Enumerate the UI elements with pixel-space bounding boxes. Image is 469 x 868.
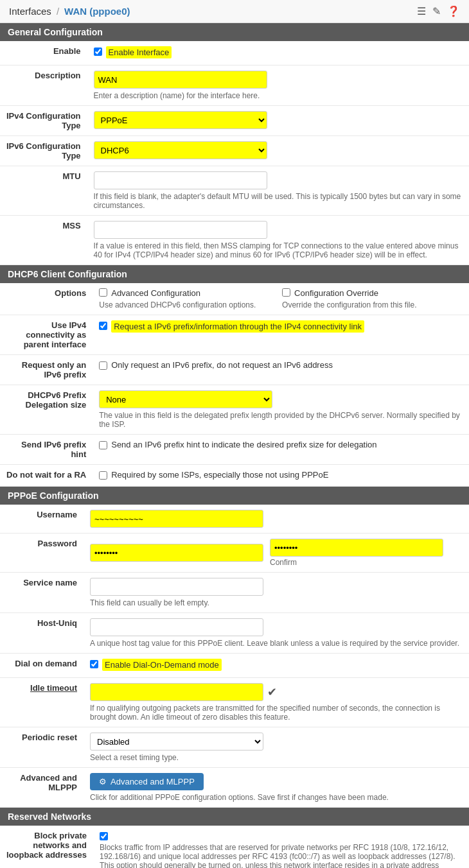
description-row: Description Enter a description (name) f… bbox=[0, 65, 469, 106]
ipv4-config-content: PPPoE Static DHCP bbox=[87, 106, 469, 136]
idle-timeout-row: Idle timeout ✔ If no qualifying outgoing… bbox=[0, 678, 469, 727]
gear-icon: ⚙ bbox=[99, 777, 107, 786]
delegation-row: DHCPv6 PrefixDelegation size None 48 56 … bbox=[0, 385, 469, 435]
delegation-hint: The value in this field is the delegated… bbox=[99, 411, 463, 429]
periodic-reset-content: Disabled Daily Weekly Monthly Select a r… bbox=[84, 727, 469, 768]
request-prefix-checkbox[interactable] bbox=[99, 361, 107, 370]
host-uniq-input[interactable] bbox=[90, 618, 263, 636]
use-ipv4-checkbox[interactable] bbox=[99, 322, 107, 330]
mtu-label: MTU bbox=[0, 166, 87, 216]
interfaces-link[interactable]: Interfaces bbox=[9, 6, 51, 17]
host-uniq-hint: A unique host tag value for this PPPoE c… bbox=[90, 639, 463, 648]
password-label: Password bbox=[0, 534, 84, 573]
service-name-content: This field can usually be left empty. bbox=[84, 573, 469, 613]
ipv6-config-row: IPv6 ConfigurationType DHCP6 Static None bbox=[0, 136, 469, 166]
periodic-reset-hint: Select a reset timing type. bbox=[90, 753, 463, 762]
idle-timeout-icon: ✔ bbox=[267, 685, 277, 699]
general-config-section: General Configuration Enable Enable Inte… bbox=[0, 23, 469, 265]
no-wait-ra-content: Required by some ISPs, especially those … bbox=[93, 465, 469, 487]
reserved-networks-section: Reserved Networks Block privatenetworks … bbox=[0, 808, 469, 868]
config-override-label: Configuration Override bbox=[294, 288, 378, 298]
send-hint-checkbox-row: Send an IPv6 prefix hint to indicate the… bbox=[99, 440, 463, 449]
idle-timeout-label: Idle timeout bbox=[0, 678, 84, 727]
periodic-reset-row: Periodic reset Disabled Daily Weekly Mon… bbox=[0, 727, 469, 768]
config-override-checkbox[interactable] bbox=[282, 288, 290, 297]
enable-interface-checkbox[interactable] bbox=[94, 48, 102, 56]
breadcrumb: Interfaces / WAN (pppoe0) bbox=[9, 6, 130, 17]
advanced-config-option: Advanced Configuration Use advanced DHCP… bbox=[99, 288, 279, 309]
host-uniq-content: A unique host tag value for this PPPoE c… bbox=[84, 613, 469, 654]
block-private-checkbox-row bbox=[100, 831, 463, 840]
help-icon[interactable]: ❓ bbox=[447, 5, 460, 17]
chart-icon[interactable]: ✎ bbox=[432, 5, 441, 17]
block-private-content: Blocks traffic from IP addresses that ar… bbox=[93, 826, 469, 868]
send-hint-checkbox[interactable] bbox=[99, 441, 107, 449]
mss-input[interactable] bbox=[94, 221, 267, 239]
password-content: Confirm bbox=[84, 534, 469, 573]
dial-on-demand-row: Dial on demand Enable Dial-On-Demand mod… bbox=[0, 654, 469, 678]
dhcp6-options-label: Options bbox=[0, 283, 93, 315]
password-input[interactable] bbox=[90, 544, 263, 562]
confirm-password-input[interactable] bbox=[270, 539, 443, 557]
confirm-label: Confirm bbox=[270, 558, 443, 567]
no-wait-ra-row: Do not wait for a RA Required by some IS… bbox=[0, 465, 469, 487]
dhcp6-options-content: Advanced Configuration Use advanced DHCP… bbox=[93, 283, 469, 315]
description-input[interactable] bbox=[94, 71, 267, 89]
dial-on-demand-checkbox[interactable] bbox=[90, 660, 98, 668]
ipv6-config-content: DHCP6 Static None bbox=[87, 136, 469, 166]
mtu-hint: If this field is blank, the adapter's de… bbox=[94, 192, 463, 210]
block-private-hint: Blocks traffic from IP addresses that ar… bbox=[100, 843, 463, 868]
mss-row: MSS If a value is entered in this field,… bbox=[0, 216, 469, 265]
mtu-input[interactable] bbox=[94, 171, 267, 189]
periodic-reset-label: Periodic reset bbox=[0, 727, 84, 768]
ipv4-config-select[interactable]: PPPoE Static DHCP bbox=[94, 111, 267, 129]
ipv6-config-select[interactable]: DHCP6 Static None bbox=[94, 141, 267, 159]
username-label: Username bbox=[0, 505, 84, 534]
breadcrumb-separator: / bbox=[57, 6, 59, 17]
idle-timeout-content: ✔ If no qualifying outgoing packets are … bbox=[84, 678, 469, 727]
password-fields-row: Confirm bbox=[90, 539, 463, 567]
dial-on-demand-checkbox-label: Enable Dial-On-Demand mode bbox=[102, 659, 222, 671]
mss-hint: If a value is entered in this field, the… bbox=[94, 241, 463, 259]
host-uniq-row: Host-Uniq A unique host tag value for th… bbox=[0, 613, 469, 654]
no-wait-ra-checkbox[interactable] bbox=[99, 471, 107, 480]
advanced-config-label: Advanced Configuration bbox=[111, 288, 200, 298]
host-uniq-label: Host-Uniq bbox=[0, 613, 84, 654]
request-prefix-row: Request only anIPv6 prefix Only request … bbox=[0, 355, 469, 385]
delegation-select[interactable]: None 48 56 64 bbox=[99, 390, 272, 408]
password-row: Password Confirm bbox=[0, 534, 469, 573]
enable-interface-label: Enable Interface bbox=[106, 46, 172, 58]
dhcp6-options-row: Options Advanced Configuration Use advan… bbox=[0, 283, 469, 315]
pppoe-section: PPPoE Configuration Username Password Co… bbox=[0, 487, 469, 808]
delegation-content: None 48 56 64 The value in this field is… bbox=[93, 385, 469, 435]
list-icon[interactable]: ☰ bbox=[417, 5, 426, 17]
service-name-input[interactable] bbox=[90, 578, 263, 596]
reserved-networks-header: Reserved Networks bbox=[0, 808, 469, 826]
advanced-mlppp-hint: Click for additional PPPoE configuration… bbox=[90, 793, 463, 802]
request-prefix-content: Only request an IPv6 prefix, do not requ… bbox=[93, 355, 469, 385]
advanced-mlppp-button[interactable]: ⚙ Advanced and MLPPP bbox=[90, 773, 204, 790]
username-content bbox=[84, 505, 469, 534]
idle-timeout-input[interactable] bbox=[90, 683, 263, 701]
wan-title: WAN (pppoe0) bbox=[64, 6, 130, 17]
advanced-mlppp-row: Advanced andMLPPP ⚙ Advanced and MLPPP C… bbox=[0, 768, 469, 808]
use-ipv4-checkbox-row: Request a IPv6 prefix/information throug… bbox=[99, 320, 463, 333]
block-private-checkbox[interactable] bbox=[100, 832, 108, 840]
no-wait-ra-checkbox-label: Required by some ISPs, especially those … bbox=[111, 470, 328, 480]
block-private-label: Block privatenetworks andloopback addres… bbox=[0, 826, 93, 868]
advanced-config-checkbox[interactable] bbox=[99, 288, 107, 297]
delegation-label: DHCPv6 PrefixDelegation size bbox=[0, 385, 93, 435]
header-icons: ☰ ✎ ❓ bbox=[417, 5, 460, 17]
username-input[interactable] bbox=[90, 510, 263, 528]
block-private-row: Block privatenetworks andloopback addres… bbox=[0, 826, 469, 868]
request-prefix-checkbox-row: Only request an IPv6 prefix, do not requ… bbox=[99, 360, 463, 370]
send-hint-label: Send IPv6 prefixhint bbox=[0, 435, 93, 465]
periodic-reset-select[interactable]: Disabled Daily Weekly Monthly bbox=[90, 733, 263, 751]
request-prefix-label: Request only anIPv6 prefix bbox=[0, 355, 93, 385]
reserved-networks-table: Block privatenetworks andloopback addres… bbox=[0, 826, 469, 868]
send-hint-content: Send an IPv6 prefix hint to indicate the… bbox=[93, 435, 469, 465]
dial-on-demand-checkbox-row: Enable Dial-On-Demand mode bbox=[90, 659, 463, 671]
request-prefix-checkbox-label: Only request an IPv6 prefix, do not requ… bbox=[111, 360, 333, 370]
enable-row: Enable Enable Interface bbox=[0, 41, 469, 65]
dhcp6-section: DHCP6 Client Configuration Options Advan… bbox=[0, 265, 469, 487]
